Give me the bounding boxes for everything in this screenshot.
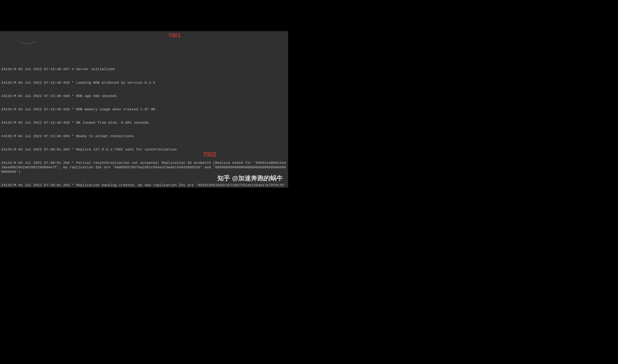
redis-ascii-art: `-.__.-' xyxy=(1,40,287,45)
log-line: 24133:M 04 Jul 2022 07:15:40.939 * RDB a… xyxy=(1,94,287,99)
blank-line xyxy=(1,54,287,58)
log-line: 24133:M 04 Jul 2022 07:30:01.204 * Parti… xyxy=(1,161,287,174)
log-line: 24133:M 04 Jul 2022 07:15:40.937 # Serve… xyxy=(1,67,287,72)
log-line: 24133:M 04 Jul 2022 07:15:40.939 * DB lo… xyxy=(1,121,287,125)
log-line: 24133:M 04 Jul 2022 07:30:01.204 * Repli… xyxy=(1,147,287,152)
log-line: 24133:M 04 Jul 2022 07:30:01.204 * Repli… xyxy=(1,183,287,188)
log-line: 24133:M 04 Jul 2022 07:15:40.939 * Ready… xyxy=(1,134,287,139)
terminal-pane-top[interactable]: `-.__.-' 24133:M 04 Jul 2022 07:15:40.93… xyxy=(0,31,288,188)
log-line: 24133:M 04 Jul 2022 07:15:40.939 * Loadi… xyxy=(1,81,287,85)
log-line: 24133:M 04 Jul 2022 07:15:40.939 * RDB m… xyxy=(1,107,287,112)
